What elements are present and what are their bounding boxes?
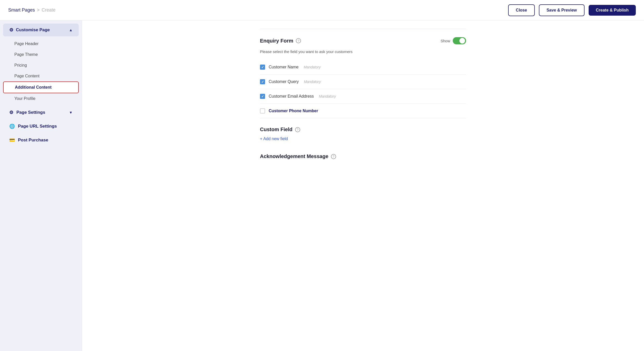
sidebar-item-page-header[interactable]: Page Header xyxy=(3,38,79,49)
page-settings-label: Page Settings xyxy=(16,110,45,115)
post-purchase-label: Post Purchase xyxy=(18,138,48,143)
field-label-customer-email: Customer Email Address xyxy=(269,94,314,99)
card-icon: 💳 xyxy=(9,137,15,143)
save-preview-button[interactable]: Save & Preview xyxy=(539,4,585,16)
sidebar-item-your-profile[interactable]: Your Profile xyxy=(3,93,79,104)
show-toggle-area: Show xyxy=(440,37,466,44)
sidebar-customise-page-header[interactable]: ⚙ Customise Page ▲ xyxy=(3,24,79,36)
enquiry-form-title-area: Enquiry Form ? xyxy=(260,38,301,44)
top-header: Smart Pages > Create Close Save & Previe… xyxy=(0,0,644,20)
sidebar-item-post-purchase[interactable]: 💳 Post Purchase xyxy=(3,134,79,147)
breadcrumb-current: Create xyxy=(42,7,56,13)
customise-page-chevron: ▲ xyxy=(69,28,73,32)
toggle-slider xyxy=(453,37,466,44)
field-row-customer-name: Customer Name Mandatory xyxy=(260,60,466,75)
sidebar-item-page-theme[interactable]: Page Theme xyxy=(3,49,79,60)
custom-field-help-icon[interactable]: ? xyxy=(295,127,300,132)
page-settings-chevron: ▼ xyxy=(69,110,73,115)
show-toggle[interactable] xyxy=(453,37,466,44)
enquiry-form-title: Enquiry Form xyxy=(260,38,293,44)
sidebar-section-customise-page: ⚙ Customise Page ▲ Page Header Page Them… xyxy=(0,24,82,105)
breadcrumb: Smart Pages > Create xyxy=(8,7,56,13)
sidebar: ⚙ Customise Page ▲ Page Header Page Them… xyxy=(0,20,82,351)
field-row-customer-phone: Customer Phone Number xyxy=(260,104,466,118)
sidebar-item-page-content[interactable]: Page Content xyxy=(3,71,79,81)
content-inner: Enquiry Form ? Show Please select the fi… xyxy=(248,20,478,168)
acknowledgement-header: Acknowledgement Message ? xyxy=(260,153,466,159)
acknowledgement-section: Acknowledgement Message ? xyxy=(260,153,466,159)
sidebar-item-additional-content[interactable]: Additional Content xyxy=(3,81,79,93)
field-mandatory-customer-name: Mandatory xyxy=(304,65,320,69)
field-row-customer-query: Customer Query Mandatory xyxy=(260,75,466,89)
sliders-icon: ⚙ xyxy=(9,27,13,33)
app-container: Smart Pages > Create Close Save & Previe… xyxy=(0,0,644,351)
custom-field-header: Custom Field ? xyxy=(260,127,466,132)
field-label-customer-name: Customer Name xyxy=(269,65,298,69)
field-mandatory-customer-query: Mandatory xyxy=(304,80,321,84)
acknowledgement-help-icon[interactable]: ? xyxy=(331,154,336,159)
enquiry-form-description: Please select the field you want to ask … xyxy=(260,49,466,54)
gear-icon: ⚙ xyxy=(9,110,13,115)
checkbox-customer-phone[interactable] xyxy=(260,108,265,113)
add-new-field-link[interactable]: + Add new field xyxy=(260,137,288,141)
create-publish-button[interactable]: Create & Publish xyxy=(589,5,636,16)
globe-icon: 🌐 xyxy=(9,123,15,129)
custom-field-title: Custom Field xyxy=(260,127,293,132)
checkbox-customer-name[interactable] xyxy=(260,65,265,70)
checkbox-customer-email[interactable] xyxy=(260,94,265,99)
main-layout: ⚙ Customise Page ▲ Page Header Page Them… xyxy=(0,20,644,351)
checkbox-customer-query[interactable] xyxy=(260,79,265,84)
field-label-customer-phone: Customer Phone Number xyxy=(269,109,318,113)
field-label-customer-query: Customer Query xyxy=(269,79,299,84)
field-mandatory-customer-email: Mandatory xyxy=(319,94,336,98)
sidebar-item-pricing[interactable]: Pricing xyxy=(3,60,79,71)
breadcrumb-parent[interactable]: Smart Pages xyxy=(8,7,35,13)
page-url-settings-label: Page URL Settings xyxy=(18,124,57,129)
content-area: Enquiry Form ? Show Please select the fi… xyxy=(82,20,644,351)
breadcrumb-separator: > xyxy=(37,7,40,13)
field-row-customer-email: Customer Email Address Mandatory xyxy=(260,89,466,104)
customise-page-sub-items: Page Header Page Theme Pricing Page Cont… xyxy=(0,37,82,105)
close-button[interactable]: Close xyxy=(508,4,535,16)
customise-page-label: Customise Page xyxy=(16,27,50,33)
show-label: Show xyxy=(440,39,450,43)
sidebar-item-page-settings[interactable]: ⚙ Page Settings ▼ xyxy=(3,106,79,119)
top-divider xyxy=(260,29,466,29)
custom-field-section: Custom Field ? + Add new field xyxy=(260,127,466,149)
header-actions: Close Save & Preview Create & Publish xyxy=(508,4,636,16)
enquiry-form-help-icon[interactable]: ? xyxy=(296,38,301,43)
enquiry-form-header-row: Enquiry Form ? Show xyxy=(260,37,466,44)
sidebar-item-page-url-settings[interactable]: 🌐 Page URL Settings xyxy=(3,120,79,133)
acknowledgement-title: Acknowledgement Message xyxy=(260,153,328,159)
